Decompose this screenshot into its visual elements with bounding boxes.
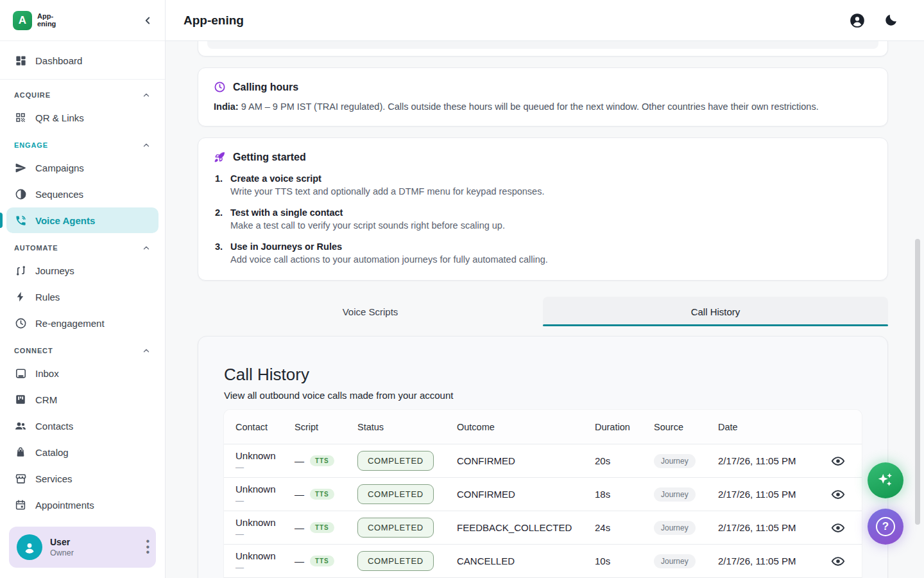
send-icon bbox=[14, 161, 27, 174]
user-role: Owner bbox=[50, 548, 74, 557]
main-area: App-ening bbox=[166, 0, 924, 578]
cell-date: 2/17/26, 11:05 PM bbox=[718, 556, 814, 566]
source-badge: Journey bbox=[654, 487, 696, 502]
sidebar-section-engage[interactable]: ENGAGE bbox=[6, 136, 158, 155]
sidebar-section-acquire[interactable]: ACQUIRE bbox=[6, 85, 158, 105]
dark-mode-moon-icon[interactable] bbox=[884, 13, 898, 28]
cell-status: COMPLETED bbox=[357, 484, 457, 504]
sidebar-item-crm[interactable]: CRM bbox=[6, 387, 158, 412]
sidebar-item-label: Rules bbox=[35, 292, 60, 302]
cell-actions bbox=[814, 487, 862, 502]
cell-duration: 20s bbox=[595, 455, 654, 466]
step-title: Use in Journeys or Rules bbox=[230, 241, 872, 252]
call-history-title: Call History bbox=[224, 365, 862, 385]
contact-name: Unknown bbox=[235, 484, 295, 495]
account-icon[interactable] bbox=[849, 12, 866, 29]
user-card[interactable]: User Owner ••• bbox=[9, 527, 156, 568]
clock-icon bbox=[14, 317, 27, 329]
cell-script: — TTS bbox=[295, 556, 357, 566]
view-details-eye-icon[interactable] bbox=[831, 487, 845, 502]
cell-status: COMPLETED bbox=[357, 551, 457, 571]
sidebar-item-services[interactable]: Services bbox=[6, 466, 158, 491]
source-badge: Journey bbox=[654, 554, 696, 568]
view-details-eye-icon[interactable] bbox=[831, 454, 845, 468]
contact-name: Unknown bbox=[235, 550, 295, 561]
sidebar-item-label: Campaigns bbox=[35, 162, 84, 173]
lightning-bolt-icon bbox=[14, 290, 27, 303]
help-button[interactable]: ? bbox=[868, 509, 903, 545]
step-2: 2. Test with a single contact Make a tes… bbox=[214, 207, 872, 231]
sidebar-section-connect[interactable]: CONNECT bbox=[6, 341, 158, 360]
topbar-icons bbox=[849, 12, 898, 29]
sidebar-item-catalog[interactable]: Catalog bbox=[6, 439, 158, 465]
status-badge: COMPLETED bbox=[357, 518, 434, 538]
vertical-scrollbar-thumb[interactable] bbox=[915, 239, 920, 525]
question-mark-icon: ? bbox=[876, 517, 895, 536]
content-scroll-area[interactable]: Calling hours India: 9 AM – 9 PM IST (TR… bbox=[166, 41, 924, 578]
sidebar-divider bbox=[0, 79, 165, 80]
section-label: CONNECT bbox=[14, 347, 53, 355]
top-bar: App-ening bbox=[166, 0, 924, 41]
sidebar-item-contacts[interactable]: Contacts bbox=[6, 413, 158, 439]
tab-bar: Voice Scripts Call History bbox=[198, 297, 888, 326]
table-header-row: Contact Script Status Outcome Duration S… bbox=[224, 410, 862, 444]
chevron-up-icon bbox=[142, 346, 151, 355]
sidebar-item-rules[interactable]: Rules bbox=[6, 284, 158, 310]
table-body: Unknown — — TTS COMPLETED CONFIRMED 20s … bbox=[224, 444, 862, 578]
sidebar-item-journeys[interactable]: Journeys bbox=[6, 258, 158, 283]
brand-name-line2: ening bbox=[37, 21, 56, 28]
sidebar-item-re-engagement[interactable]: Re-engagement bbox=[6, 310, 158, 336]
sidebar-item-voice-agents[interactable]: Voice Agents bbox=[6, 207, 158, 233]
tab-call-history[interactable]: Call History bbox=[543, 297, 888, 326]
sidebar-item-label: Journeys bbox=[35, 265, 74, 276]
col-contact: Contact bbox=[235, 422, 295, 432]
brand-logo: A bbox=[13, 11, 32, 30]
getting-started-title: Getting started bbox=[233, 152, 306, 163]
sidebar-section-automate[interactable]: AUTOMATE bbox=[6, 238, 158, 258]
sidebar: A App- ening Dashboard ACQUIRE bbox=[0, 0, 166, 578]
ai-assistant-button[interactable] bbox=[868, 462, 903, 498]
tab-voice-scripts[interactable]: Voice Scripts bbox=[198, 297, 543, 326]
qr-code-icon bbox=[14, 111, 27, 124]
view-details-eye-icon[interactable] bbox=[831, 521, 845, 535]
table-row[interactable]: Unknown — — TTS COMPLETED CONFIRMED 20s … bbox=[224, 444, 862, 477]
cell-contact: Unknown — bbox=[235, 517, 295, 539]
clock-icon bbox=[214, 81, 226, 93]
sidebar-item-label: Inbox bbox=[35, 368, 59, 379]
cell-contact: Unknown — bbox=[235, 550, 295, 572]
chevron-up-icon bbox=[142, 91, 151, 100]
table-row[interactable]: Unknown — — TTS COMPLETED CONFIRMED 18s … bbox=[224, 477, 862, 511]
route-icon bbox=[14, 264, 27, 277]
calling-hours-lead: India: bbox=[214, 101, 239, 112]
active-indicator bbox=[0, 213, 3, 228]
cell-status: COMPLETED bbox=[357, 518, 457, 538]
sidebar-item-sequences[interactable]: Sequences bbox=[6, 181, 158, 207]
contact-subtext: — bbox=[235, 462, 295, 472]
sidebar-item-qr-links[interactable]: QR & Links bbox=[6, 105, 158, 130]
view-details-eye-icon[interactable] bbox=[831, 554, 845, 568]
sidebar-collapse-icon[interactable] bbox=[142, 15, 153, 26]
cell-outcome: FEEDBACK_COLLECTED bbox=[457, 522, 595, 533]
user-menu-dots-icon[interactable]: ••• bbox=[146, 539, 150, 556]
cell-script: — TTS bbox=[295, 489, 357, 500]
contact-name: Unknown bbox=[235, 517, 295, 528]
user-meta: User Owner bbox=[50, 537, 74, 557]
cell-source: Journey bbox=[654, 487, 718, 502]
step-title: Test with a single contact bbox=[230, 207, 872, 218]
sidebar-item-campaigns[interactable]: Campaigns bbox=[6, 155, 158, 180]
table-row[interactable]: Unknown — — TTS COMPLETED CANCELLED 10s … bbox=[224, 544, 862, 577]
table-row[interactable]: Unknown — — TTS COMPLETED FEEDBACK_COLLE… bbox=[224, 511, 862, 544]
script-dash: — bbox=[295, 489, 304, 500]
getting-started-steps: 1. Create a voice script Write your TTS … bbox=[214, 173, 872, 265]
source-badge: Journey bbox=[654, 454, 696, 468]
sidebar-item-label: Contacts bbox=[35, 421, 73, 432]
sidebar-item-inbox[interactable]: Inbox bbox=[6, 360, 158, 386]
app-root: A App- ening Dashboard ACQUIRE bbox=[0, 0, 924, 578]
cell-date: 2/17/26, 11:05 PM bbox=[718, 489, 814, 500]
sidebar-item-appointments[interactable]: Appointments bbox=[6, 492, 158, 518]
sidebar-item-dashboard[interactable]: Dashboard bbox=[6, 48, 158, 73]
calling-hours-body: India: 9 AM – 9 PM IST (TRAI regulated).… bbox=[214, 101, 872, 112]
scrolled-card-inner bbox=[207, 41, 878, 49]
storefront-icon bbox=[14, 472, 27, 485]
cell-outcome: CONFIRMED bbox=[457, 489, 595, 500]
